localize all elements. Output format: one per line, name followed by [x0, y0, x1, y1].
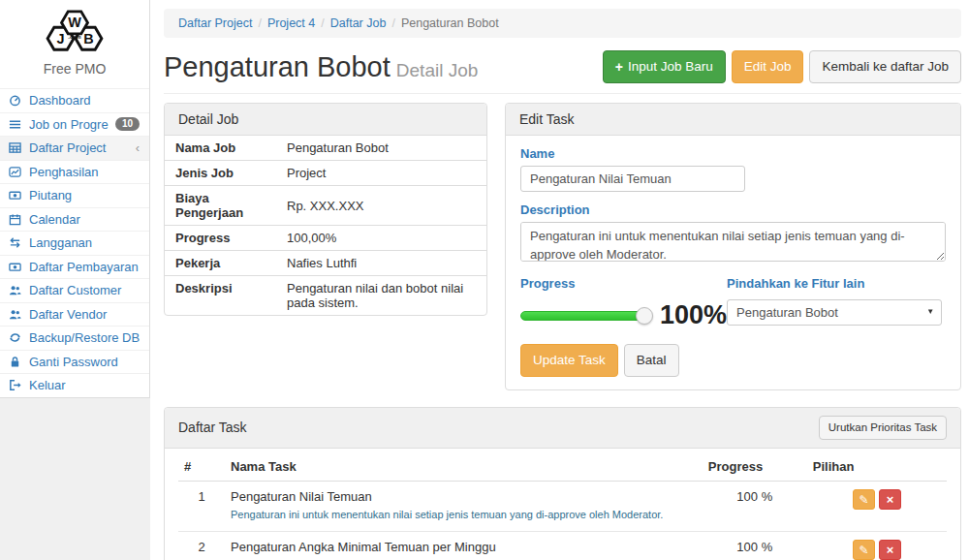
- sidebar-item-job-on-progress[interactable]: Job on Progress 10: [0, 112, 149, 137]
- job-count-badge: 10: [115, 117, 140, 131]
- sidebar-item-daftar-customer[interactable]: Daftar Customer: [0, 278, 149, 302]
- pencil-icon: ✎: [859, 544, 868, 557]
- breadcrumb-link-project-4[interactable]: Project 4: [267, 16, 315, 30]
- chart-line-icon: [8, 166, 22, 178]
- refresh-icon: [8, 331, 22, 344]
- delete-task-button[interactable]: ×: [879, 540, 901, 560]
- table-row: PekerjaNafies Luthfi: [165, 251, 486, 276]
- sidebar-item-dashboard[interactable]: Dashboard: [0, 88, 149, 112]
- sidebar-item-piutang[interactable]: Piutang: [0, 183, 149, 207]
- svg-text:W: W: [68, 15, 81, 30]
- batal-button[interactable]: Batal: [624, 344, 679, 377]
- progress-slider-track: [520, 311, 644, 321]
- exchange-icon: [8, 236, 22, 249]
- close-icon: ×: [887, 543, 894, 557]
- dashboard-icon: [8, 94, 22, 107]
- table-row: Biaya PengerjaanRp. XXX.XXX: [165, 186, 486, 226]
- sidebar-item-daftar-project[interactable]: Daftar Project ‹: [0, 136, 149, 160]
- page-header: Pengaturan BobotDetail Job +Input Job Ba…: [164, 50, 961, 94]
- detail-job-table: Nama JobPengaturan Bobot Jenis JobProjec…: [165, 136, 486, 315]
- svg-text:B: B: [83, 31, 93, 47]
- table-icon: [8, 141, 22, 154]
- sidebar-item-label: Daftar Pembayaran: [29, 260, 140, 274]
- users-icon: [8, 284, 22, 296]
- move-feature-label: Pindahkan ke Fitur lain: [727, 276, 942, 291]
- svg-text:J: J: [57, 31, 65, 47]
- sidebar-item-label: Daftar Project: [29, 140, 129, 155]
- sidebar-item-label: Job on Progress: [29, 117, 109, 132]
- money-icon: [8, 261, 22, 273]
- brand-name: Free PMO: [0, 61, 149, 82]
- sidebar-item-label: Dashboard: [29, 93, 140, 108]
- sidebar-item-ganti-password[interactable]: Ganti Password: [0, 350, 149, 374]
- column-header-progress: Progress: [703, 452, 807, 482]
- table-row: DeskripsiPengaturan nilai dan bobot nila…: [165, 276, 486, 316]
- breadcrumb: Daftar Project/Project 4/Daftar Job/Peng…: [164, 9, 961, 38]
- sidebar-item-label: Backup/Restore DB: [29, 330, 140, 345]
- table-row: Progress100,00%: [165, 226, 486, 251]
- page-title: Pengaturan BobotDetail Job: [164, 51, 478, 83]
- close-icon: ×: [887, 492, 894, 507]
- table-row: Jenis JobProject: [165, 161, 486, 186]
- kembali-button[interactable]: Kembali ke daftar Job: [809, 50, 961, 83]
- sidebar-item-label: Langganan: [29, 235, 140, 250]
- sidebar-item-label: Penghasilan: [29, 165, 140, 179]
- urutkan-prioritas-button-top[interactable]: Urutkan Prioritas Task: [819, 416, 947, 440]
- sidebar: J B W .com Free PMO Dashboard Job on Pro…: [0, 0, 150, 398]
- task-name-input[interactable]: [520, 166, 745, 192]
- progress-slider-handle[interactable]: [636, 307, 653, 325]
- sidebar-item-label: Piutang: [29, 188, 140, 202]
- edit-task-panel: Edit Task Name Description Pengaturan in…: [505, 103, 961, 390]
- detail-job-panel-title: Detail Job: [165, 104, 486, 136]
- sidebar-item-langganan[interactable]: Langganan: [0, 231, 149, 255]
- edit-job-button[interactable]: Edit Job: [732, 50, 804, 83]
- column-header-nama-task: Nama Task: [225, 452, 703, 482]
- task-description: Pengaturan ini untuk menentukan nilai se…: [231, 507, 697, 523]
- sign-out-icon: [8, 379, 22, 391]
- detail-job-panel: Detail Job Nama JobPengaturan Bobot Jeni…: [164, 103, 487, 316]
- task-progress: 100 %: [703, 531, 807, 560]
- progress-value: 100%: [660, 300, 727, 330]
- money-icon: [8, 189, 22, 202]
- sidebar-item-backup-restore[interactable]: Backup/Restore DB: [0, 326, 149, 350]
- table-row: Nama JobPengaturan Bobot: [165, 136, 486, 161]
- task-row: 1 Pengaturan Nilai Temuan Pengaturan ini…: [178, 481, 947, 531]
- svg-text:.com: .com: [68, 34, 80, 40]
- daftar-task-panel-title: Daftar Task: [178, 420, 247, 435]
- lock-icon: [8, 356, 22, 368]
- task-name: Pengaturan Nilai Temuan: [231, 489, 697, 504]
- sidebar-item-keluar[interactable]: Keluar: [0, 373, 149, 397]
- task-table-header: # Nama Task Progress Pilihan: [178, 452, 947, 482]
- progress-slider[interactable]: [520, 311, 644, 321]
- task-table: # Nama Task Progress Pilihan 1 Pengatura…: [178, 452, 947, 560]
- calendar-icon: [8, 213, 22, 226]
- name-label: Name: [520, 146, 946, 161]
- edit-task-button[interactable]: ✎: [853, 489, 875, 510]
- update-task-button[interactable]: Update Task: [520, 344, 618, 377]
- sidebar-item-calendar[interactable]: Calendar: [0, 207, 149, 232]
- input-job-baru-button[interactable]: +Input Job Baru: [603, 50, 726, 83]
- move-feature-select[interactable]: Pengaturan Bobot: [727, 299, 942, 326]
- breadcrumb-link-daftar-job[interactable]: Daftar Job: [330, 16, 387, 30]
- column-header-num: #: [178, 452, 225, 482]
- breadcrumb-link-daftar-project[interactable]: Daftar Project: [178, 16, 252, 30]
- pencil-icon: ✎: [859, 493, 868, 507]
- task-progress: 100 %: [703, 481, 807, 531]
- sidebar-item-label: Ganti Password: [29, 355, 140, 369]
- app-logo[interactable]: J B W .com Free PMO: [0, 0, 149, 88]
- task-description-textarea[interactable]: Pengaturan ini untuk menentukan nilai se…: [520, 222, 946, 262]
- delete-task-button[interactable]: ×: [879, 489, 901, 510]
- sidebar-item-penghasilan[interactable]: Penghasilan: [0, 160, 149, 184]
- edit-task-button[interactable]: ✎: [853, 540, 875, 560]
- sidebar-item-label: Daftar Customer: [29, 283, 140, 297]
- sidebar-item-daftar-vendor[interactable]: Daftar Vendor: [0, 302, 149, 327]
- sidebar-item-label: Daftar Vendor: [29, 307, 140, 322]
- main-content: Daftar Project/Project 4/Daftar Job/Peng…: [150, 0, 969, 560]
- sidebar-item-label: Keluar: [29, 378, 140, 392]
- description-label: Description: [520, 202, 946, 217]
- daftar-task-panel: Daftar Task Urutkan Prioritas Task # Nam…: [164, 407, 961, 560]
- page-subtitle: Detail Job: [396, 60, 479, 80]
- sidebar-menu: Dashboard Job on Progress 10 Daftar Proj…: [0, 88, 149, 397]
- edit-task-panel-title: Edit Task: [506, 104, 960, 136]
- sidebar-item-daftar-pembayaran[interactable]: Daftar Pembayaran: [0, 255, 149, 279]
